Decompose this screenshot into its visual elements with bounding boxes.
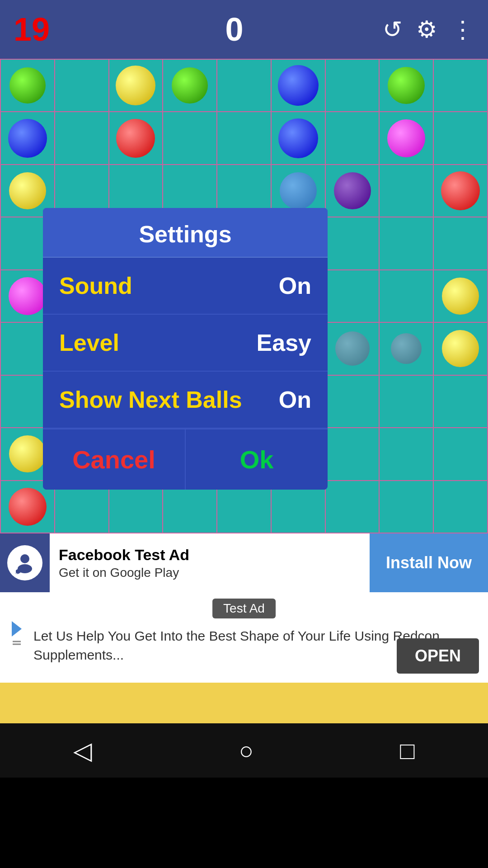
svg-text:▷: ▷	[16, 568, 21, 574]
cell-2-8[interactable]	[434, 165, 488, 217]
cell-6-7[interactable]	[380, 376, 434, 428]
cell-5-8[interactable]	[434, 323, 488, 375]
cell-0-0[interactable]	[1, 60, 55, 112]
cell-0-5[interactable]	[272, 60, 326, 112]
cell-0-4[interactable]	[217, 60, 272, 112]
test-ad-label: Test Ad	[212, 599, 276, 618]
yellow-strip	[0, 683, 488, 723]
cell-5-6[interactable]	[326, 323, 380, 375]
cell-1-1[interactable]	[55, 112, 109, 165]
recents-button[interactable]: □	[400, 736, 415, 764]
sound-value: On	[279, 272, 311, 299]
cell-0-8[interactable]	[434, 60, 488, 112]
show-next-value: On	[279, 386, 311, 413]
cell-0-2[interactable]	[109, 60, 164, 112]
settings-sound-row[interactable]: Sound On	[43, 258, 328, 315]
cell-8-8[interactable]	[434, 481, 488, 533]
moves-display: 19	[14, 11, 86, 48]
cell-7-7[interactable]	[380, 428, 434, 481]
cell-3-6[interactable]	[326, 217, 380, 270]
cell-1-3[interactable]	[163, 112, 217, 165]
cell-1-4[interactable]	[217, 112, 272, 165]
navigation-bar: ◁ ○ □	[0, 723, 488, 778]
settings-icon[interactable]: ⚙	[416, 16, 437, 43]
ad-subtitle: Get it on Google Play	[59, 566, 361, 580]
cancel-button[interactable]: Cancel	[43, 429, 185, 490]
cell-1-2[interactable]	[109, 112, 164, 165]
ad-banner-2-inner: Test Ad Let Us Help You Get Into the Bes…	[0, 592, 488, 683]
cell-1-0[interactable]	[1, 112, 55, 165]
cell-2-6[interactable]	[326, 165, 380, 217]
settings-modal: Settings Sound On Level Easy Show Next B…	[43, 208, 328, 490]
sound-label: Sound	[59, 272, 132, 299]
ad-title: Facebook Test Ad	[59, 546, 361, 564]
cell-7-6[interactable]	[326, 428, 380, 481]
cell-3-8[interactable]	[434, 217, 488, 270]
cell-1-6[interactable]	[326, 112, 380, 165]
settings-buttons: Cancel Ok	[43, 429, 328, 490]
more-icon[interactable]: ⋮	[451, 16, 474, 43]
cell-4-8[interactable]	[434, 270, 488, 323]
cell-0-3[interactable]	[163, 60, 217, 112]
cell-5-7[interactable]	[380, 323, 434, 375]
cell-0-1[interactable]	[55, 60, 109, 112]
cell-8-6[interactable]	[326, 481, 380, 533]
cell-7-8[interactable]	[434, 428, 488, 481]
svg-marker-4	[12, 621, 22, 637]
ad-icon: ▷	[7, 545, 42, 580]
settings-title: Settings	[139, 221, 231, 247]
ok-button[interactable]: Ok	[185, 429, 328, 490]
install-now-button[interactable]: Install Now	[370, 533, 488, 592]
cell-1-7[interactable]	[380, 112, 434, 165]
cell-3-7[interactable]	[380, 217, 434, 270]
open-button[interactable]: OPEN	[397, 638, 479, 674]
cell-8-7[interactable]	[380, 481, 434, 533]
settings-title-bar: Settings	[43, 208, 328, 258]
settings-show-next-row[interactable]: Show Next Balls On	[43, 372, 328, 429]
cell-4-6[interactable]	[326, 270, 380, 323]
cell-0-6[interactable]	[326, 60, 380, 112]
ad-icon-wrap: ▷	[0, 533, 50, 592]
header-icons: ↺ ⚙ ⋮	[383, 16, 474, 43]
reload-icon[interactable]: ↺	[383, 16, 403, 43]
home-button[interactable]: ○	[239, 736, 253, 764]
ad-banner-2: Test Ad Let Us Help You Get Into the Bes…	[0, 592, 488, 683]
show-next-label: Show Next Balls	[59, 386, 242, 413]
level-label: Level	[59, 329, 119, 356]
cell-0-7[interactable]	[380, 60, 434, 112]
ad-banner-1: ▷ Facebook Test Ad Get it on Google Play…	[0, 533, 488, 592]
ad2-icons	[9, 621, 24, 650]
cell-6-8[interactable]	[434, 376, 488, 428]
settings-body: Sound On Level Easy Show Next Balls On	[43, 258, 328, 429]
settings-level-row[interactable]: Level Easy	[43, 315, 328, 372]
game-area[interactable]: Settings Sound On Level Easy Show Next B…	[0, 59, 488, 533]
cell-1-8[interactable]	[434, 112, 488, 165]
ad-text-block: Facebook Test Ad Get it on Google Play	[50, 546, 370, 580]
back-button[interactable]: ◁	[73, 736, 92, 765]
game-header: 19 0 ↺ ⚙ ⋮	[0, 0, 488, 59]
cell-1-5[interactable]	[272, 112, 326, 165]
score-display: 0	[86, 11, 383, 48]
level-value: Easy	[257, 329, 311, 356]
cell-4-7[interactable]	[380, 270, 434, 323]
svg-point-0	[20, 554, 29, 563]
cell-2-7[interactable]	[380, 165, 434, 217]
cell-6-6[interactable]	[326, 376, 380, 428]
